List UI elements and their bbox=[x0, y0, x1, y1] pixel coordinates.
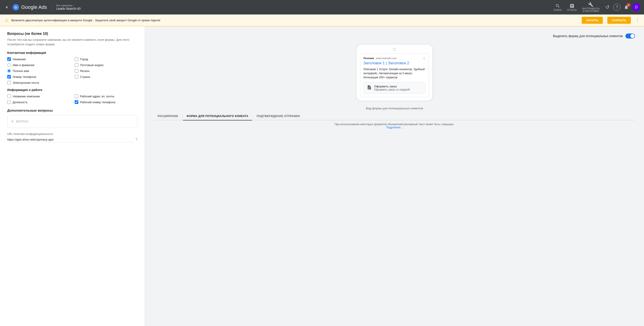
google-ads-icon: G bbox=[13, 4, 19, 10]
checkbox-city[interactable] bbox=[75, 57, 78, 61]
alert-more-icon[interactable]: ⋮ bbox=[636, 18, 640, 23]
form-tabs: РАСШИРЕНИЕ | ФОРМА ДЛЯ ПОТЕНЦИАЛЬНОГО КЛ… bbox=[154, 112, 635, 120]
refresh-button[interactable]: ↺ bbox=[603, 3, 612, 11]
avatar[interactable]: D bbox=[632, 3, 640, 11]
alert-start-button[interactable]: НАЧАТЬ bbox=[582, 17, 603, 24]
checkbox-region[interactable] bbox=[75, 69, 78, 73]
label-phone: Номер телефона bbox=[13, 75, 36, 78]
tools-nav-label: ИНСТРУМЕНТЫИ НАСТРОЙКИ bbox=[582, 8, 600, 12]
logo: G Google Ads bbox=[13, 4, 47, 10]
help-icon: ? bbox=[616, 5, 618, 10]
bottom-note-link[interactable]: Подробнее... bbox=[386, 126, 402, 129]
warning-icon: ⚠ bbox=[4, 18, 8, 23]
checkbox-company[interactable] bbox=[7, 94, 11, 98]
help-button[interactable]: ? bbox=[613, 4, 620, 11]
ad-description: Описание 1 Услуги: Онлайн коннектор, Удо… bbox=[364, 67, 426, 80]
phone-mockup: Реклама · www.example.com ⓘ Заголовок 1 … bbox=[356, 44, 433, 101]
tab-confirmation[interactable]: ПОДТВЕРЖДЕНИЕ ОТПРАВКИ bbox=[253, 112, 304, 120]
label-position: Должность bbox=[13, 100, 28, 104]
tools-nav-button[interactable]: ИНСТРУМЕНТЫИ НАСТРОЙКИ bbox=[580, 1, 602, 13]
additional-questions-title: Дополнительные вопросы bbox=[7, 108, 138, 112]
bottom-note-text: При использовании некоторых форматов объ… bbox=[335, 123, 454, 126]
checkbox-phone[interactable] bbox=[7, 75, 11, 78]
field-work-phone: Рабочий номер телефона bbox=[75, 100, 138, 104]
radio-full-name[interactable] bbox=[7, 69, 11, 73]
label-first-last: Имя и фамилия bbox=[13, 64, 34, 67]
field-phone: Номер телефона bbox=[7, 75, 70, 78]
section-subtitle: После того как вы сохраните кампанию, вы… bbox=[7, 38, 138, 46]
alert-text: Включите двухэтапную аутентификацию в ак… bbox=[11, 18, 579, 22]
field-email: Электронная почта bbox=[7, 81, 70, 84]
label-company: Название компании bbox=[13, 95, 40, 98]
label-zip: Почтовый индекс bbox=[80, 64, 104, 67]
label-email: Электронная почта bbox=[13, 81, 39, 84]
notifications-button[interactable]: 1 bbox=[622, 3, 630, 11]
tab-extension[interactable]: РАСШИРЕНИЕ bbox=[154, 112, 182, 120]
checkbox-zip[interactable] bbox=[75, 63, 78, 67]
right-panel: Выделить форму для потенциальных клиенто… bbox=[145, 26, 644, 326]
notification-badge: 1 bbox=[627, 3, 630, 7]
breadcrumb-campaign-name: Leads-Search-43 bbox=[56, 7, 80, 10]
phone-top bbox=[360, 48, 429, 51]
privacy-url-label: URL политики конфиденциальности bbox=[7, 132, 138, 136]
phone-speaker bbox=[393, 48, 396, 51]
label-city: Город bbox=[80, 58, 88, 61]
privacy-url-input[interactable] bbox=[7, 137, 134, 142]
privacy-url-wrap: ? bbox=[7, 137, 138, 142]
checkbox-position[interactable] bbox=[7, 100, 11, 104]
privacy-help-icon[interactable]: ? bbox=[136, 138, 138, 142]
field-work-email: Рабочий адрес эл. почты bbox=[75, 94, 138, 98]
radio-first-last[interactable] bbox=[7, 63, 11, 67]
field-zip: Почтовый индекс bbox=[75, 63, 138, 67]
alert-banner: ⚠ Включите двухэтапную аутентификацию в … bbox=[0, 14, 644, 26]
close-button[interactable]: × bbox=[4, 3, 10, 12]
field-city: Город bbox=[75, 57, 138, 61]
field-company: Название компании bbox=[7, 94, 70, 98]
add-question-button[interactable]: + ВОПРОС bbox=[7, 115, 138, 128]
plus-icon: + bbox=[11, 119, 14, 124]
tools-icon bbox=[588, 2, 593, 7]
checkbox-work-email[interactable] bbox=[75, 94, 78, 98]
checkbox-email[interactable] bbox=[7, 81, 11, 84]
nav-divider bbox=[52, 3, 52, 11]
field-name: Название bbox=[7, 57, 70, 61]
reports-nav-button[interactable]: ОТЧЕТЫ bbox=[565, 2, 578, 12]
field-position: Должность bbox=[7, 100, 70, 104]
label-work-email: Рабочий адрес эл. почты bbox=[80, 95, 114, 98]
contact-section-label: Контактная информация bbox=[7, 51, 138, 54]
ad-url: www.example.com bbox=[376, 57, 397, 60]
label-region: Регион bbox=[80, 69, 90, 73]
field-region: Регион bbox=[75, 69, 138, 73]
field-full-name: Полное имя bbox=[7, 69, 70, 73]
ad-headline: Заголовок 1 | Заголовок 2 bbox=[364, 61, 426, 66]
nav-actions: ПОИСК ОТЧЕТЫ ИНСТРУМЕНТЫИ НАСТРОЙКИ ↺ ? … bbox=[552, 1, 640, 13]
ad-brand: Реклама bbox=[364, 57, 374, 60]
label-country: Страна bbox=[80, 75, 90, 78]
toggle-row: Выделить форму для потенциальных клиенто… bbox=[154, 34, 635, 38]
alert-close-button[interactable]: ЗАКРЫТЬ bbox=[607, 17, 631, 24]
bottom-note: При использовании некоторых форматов объ… bbox=[326, 123, 462, 129]
top-navigation: × G Google Ads Все кампании › Leads-Sear… bbox=[0, 0, 644, 14]
svg-text:G: G bbox=[15, 6, 17, 9]
highlight-toggle[interactable] bbox=[626, 34, 635, 38]
app-name: Google Ads bbox=[21, 4, 47, 10]
search-nav-label: ПОИСК bbox=[554, 9, 562, 11]
form-btn-sub: Оформить заказ со скидкой! bbox=[374, 88, 410, 91]
ad-card: Реклама · www.example.com ⓘ Заголовок 1 … bbox=[360, 54, 429, 97]
breadcrumb-campaigns[interactable]: Все кампании bbox=[56, 4, 72, 7]
left-panel: Вопросы (не более 10) После того как вы … bbox=[0, 26, 145, 326]
search-nav-button[interactable]: ПОИСК bbox=[552, 2, 564, 12]
section-title: Вопросы (не более 10) bbox=[7, 32, 138, 36]
toggle-knob bbox=[630, 34, 634, 38]
checkbox-name[interactable] bbox=[7, 57, 11, 61]
work-col1: Название компании Должность bbox=[7, 94, 70, 104]
ad-info-icon: ⓘ bbox=[423, 57, 426, 60]
tab-lead-form[interactable]: ФОРМА ДЛЯ ПОТЕНЦИАЛЬНОГО КЛИЕНТА bbox=[183, 112, 252, 120]
add-question-label: ВОПРОС bbox=[16, 120, 29, 123]
contact-col2: Город Почтовый индекс Регион Страна bbox=[75, 57, 138, 84]
toggle-label: Выделить форму для потенциальных клиенто… bbox=[553, 34, 623, 38]
checkbox-country[interactable] bbox=[75, 75, 78, 78]
form-btn-text: Оформить заказ Оформить заказ со скидкой… bbox=[374, 85, 410, 91]
work-col2: Рабочий адрес эл. почты Рабочий номер те… bbox=[75, 94, 138, 104]
checkbox-work-phone[interactable] bbox=[75, 100, 78, 104]
